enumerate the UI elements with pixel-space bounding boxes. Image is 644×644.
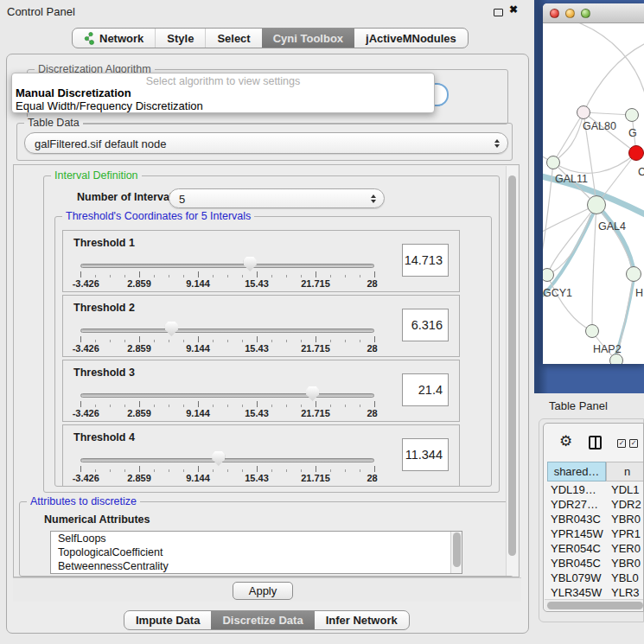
- threshold-value-field[interactable]: 11.344: [402, 438, 449, 471]
- tick-mark: [316, 271, 316, 277]
- column-header-name[interactable]: n: [606, 462, 644, 481]
- scrollbar-thumb[interactable]: [547, 602, 643, 609]
- threshold-label: Threshold 3: [73, 367, 135, 379]
- tick-mark: [286, 340, 287, 342]
- table-row[interactable]: YER054CYER0: [544, 542, 643, 557]
- table-row[interactable]: YBR043CYBR0: [544, 513, 643, 527]
- scale-label: 15.43: [245, 278, 269, 289]
- column-header-shared[interactable]: shared…: [547, 462, 606, 481]
- network-canvas[interactable]: GAL80GCGAL11GAL4GCY1HHAP2: [543, 23, 644, 364]
- network-node[interactable]: [609, 354, 623, 364]
- list-scrollbar[interactable]: [450, 532, 462, 573]
- tick-mark: [110, 405, 111, 407]
- tab-jactivemnodules[interactable]: jActiveMNodules: [354, 29, 468, 48]
- tick-mark: [213, 275, 214, 277]
- algorithm-placeholder-option[interactable]: Select algorithm to view settings: [12, 73, 434, 86]
- settings-scrollbar[interactable]: [506, 166, 518, 576]
- scale-label: 2.859: [127, 408, 151, 418]
- tab-discretize-data[interactable]: Discretize Data: [211, 611, 314, 629]
- tab-cyni-toolbox[interactable]: Cyni Toolbox: [262, 29, 354, 48]
- tick-mark: [198, 271, 199, 277]
- threshold-value-field[interactable]: 6.316: [402, 309, 449, 341]
- network-node-gal4[interactable]: [587, 195, 606, 214]
- number-of-intervals-value: 5: [179, 192, 185, 205]
- tick-mark: [139, 466, 140, 472]
- tab-impute-data[interactable]: Impute Data: [124, 611, 211, 629]
- list-item[interactable]: SelfLoops: [51, 532, 462, 545]
- minimize-traffic-light-icon[interactable]: [565, 9, 575, 18]
- tick-mark: [345, 469, 346, 472]
- apply-button[interactable]: Apply: [233, 582, 293, 600]
- cell-name: YBR0: [611, 557, 641, 570]
- cell-shared-name: YLR345W: [551, 586, 602, 599]
- close-icon[interactable]: ✖: [509, 3, 518, 16]
- table-row[interactable]: YPR145WYPR1: [544, 527, 643, 542]
- number-of-intervals-select[interactable]: 5: [169, 188, 385, 208]
- list-item[interactable]: BetweennessCentrality: [51, 559, 462, 573]
- network-node-c[interactable]: [628, 145, 644, 161]
- slider-thumb[interactable]: [165, 322, 178, 336]
- tick-mark: [80, 271, 81, 277]
- tab-select[interactable]: Select: [205, 29, 261, 48]
- cell-name: YLR3: [611, 586, 640, 599]
- bottom-tab-bar: Impute Data Discretize Data Infer Networ…: [124, 610, 410, 630]
- tick-mark: [227, 405, 228, 407]
- slider-thumb[interactable]: [244, 257, 257, 271]
- tick-mark: [257, 271, 258, 277]
- network-node-g[interactable]: [625, 108, 639, 122]
- tick-mark: [154, 469, 155, 472]
- table-row[interactable]: YLR345WYLR3: [544, 586, 643, 599]
- tick-mark: [345, 340, 346, 342]
- slider-track[interactable]: [80, 328, 374, 333]
- column-selector-icon[interactable]: [589, 436, 602, 450]
- checkbox-icon[interactable]: ✓: [629, 439, 638, 448]
- slider-track[interactable]: [80, 393, 374, 398]
- tick-mark: [198, 466, 199, 472]
- network-node-gal80[interactable]: [577, 105, 590, 119]
- slider-track[interactable]: [80, 264, 374, 268]
- tick-mark: [286, 469, 287, 472]
- cell-name: YER0: [611, 542, 641, 555]
- tick-mark: [154, 275, 155, 277]
- tab-style[interactable]: Style: [155, 29, 205, 48]
- zoom-traffic-light-icon[interactable]: [581, 9, 590, 18]
- scrollbar-thumb[interactable]: [508, 175, 516, 556]
- spinner-arrows-icon: [494, 139, 500, 148]
- threshold-value-field[interactable]: 14.713: [402, 244, 449, 277]
- threshold-label: Threshold 1: [73, 237, 135, 249]
- table-data-title: Table Data: [24, 117, 83, 129]
- tick-mark: [198, 336, 199, 342]
- table-row[interactable]: YBL079WYBL0: [544, 571, 643, 586]
- table-data-select[interactable]: galFiltered.sif default node: [24, 132, 508, 154]
- cell-shared-name: YBL079W: [551, 571, 602, 584]
- threshold-value-field[interactable]: 21.4: [402, 373, 449, 406]
- algorithm-option-equal-width[interactable]: Equal Width/Frequency Discretization: [12, 99, 434, 112]
- tick-mark: [139, 336, 140, 342]
- table-horizontal-scrollbar[interactable]: [545, 599, 643, 610]
- list-item[interactable]: TopologicalCoefficient: [51, 545, 462, 559]
- network-node-h[interactable]: [626, 266, 641, 282]
- tick-mark: [169, 405, 169, 407]
- gear-icon[interactable]: ⚙: [559, 434, 572, 449]
- slider-thumb[interactable]: [212, 451, 225, 466]
- slider-thumb[interactable]: [306, 386, 319, 401]
- scale-label: -3.426: [73, 278, 99, 289]
- table-row[interactable]: YBR045CYBR0: [544, 557, 643, 571]
- numerical-attributes-list[interactable]: SelfLoops TopologicalCoefficient Between…: [50, 531, 462, 574]
- close-traffic-light-icon[interactable]: [550, 9, 559, 18]
- network-node-hap2[interactable]: [585, 324, 599, 338]
- checkbox-icon[interactable]: ✓: [617, 439, 626, 448]
- algorithm-option-manual[interactable]: Manual Discretization: [12, 86, 434, 99]
- threshold-label: Threshold 4: [73, 431, 135, 443]
- network-window-titlebar[interactable]: [543, 3, 644, 23]
- float-window-icon[interactable]: [494, 9, 503, 16]
- cell-shared-name: YBR045C: [551, 557, 601, 570]
- table-row[interactable]: YDL19…YDL1: [544, 483, 643, 498]
- slider-track[interactable]: [80, 458, 374, 462]
- tab-infer-network[interactable]: Infer Network: [315, 611, 409, 629]
- tick-mark: [227, 275, 228, 277]
- table-row[interactable]: YDR27…YDR2: [544, 498, 643, 513]
- tick-mark: [374, 401, 375, 407]
- tab-network[interactable]: Network: [73, 29, 155, 48]
- network-node-gal11[interactable]: [546, 156, 560, 169]
